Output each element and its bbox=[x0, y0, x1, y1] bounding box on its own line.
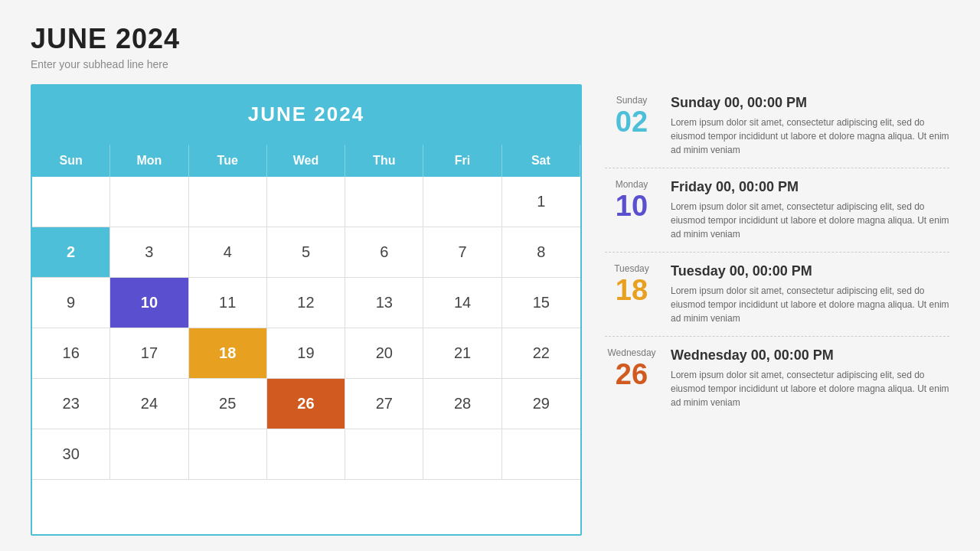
calendar-cell: 10 bbox=[110, 278, 188, 328]
event-info: Sunday 00, 00:00 PM Lorem ipsum dolor si… bbox=[671, 95, 949, 157]
event-date-col: Wednesday 26 bbox=[605, 347, 658, 389]
event-day-name: Wednesday bbox=[607, 347, 655, 358]
event-info: Tuesday 00, 00:00 PM Lorem ipsum dolor s… bbox=[671, 263, 949, 325]
event-info: Wednesday 00, 00:00 PM Lorem ipsum dolor… bbox=[671, 347, 949, 409]
event-info: Friday 00, 00:00 PM Lorem ipsum dolor si… bbox=[671, 179, 949, 241]
calendar-cell: 12 bbox=[267, 278, 345, 328]
calendar-cell bbox=[189, 429, 267, 480]
event-title: Tuesday 00, 00:00 PM bbox=[671, 263, 949, 279]
calendar-cell: 20 bbox=[345, 328, 423, 379]
calendar-cell: 7 bbox=[423, 227, 501, 278]
event-day-num: 18 bbox=[616, 276, 648, 305]
calendar-day-header: Sat bbox=[502, 145, 580, 177]
calendar-cell bbox=[423, 429, 501, 480]
calendar-cell: 17 bbox=[110, 328, 188, 379]
main-content: JUNE 2024 SunMonTueWedThuFriSat123456789… bbox=[31, 84, 949, 536]
calendar-day-header: Mon bbox=[110, 145, 188, 177]
page-header: JUNE 2024 Enter your subhead line here bbox=[31, 23, 949, 70]
event-day-name: Monday bbox=[616, 179, 648, 190]
event-desc: Lorem ipsum dolor sit amet, consectetur … bbox=[671, 116, 949, 157]
event-desc: Lorem ipsum dolor sit amet, consectetur … bbox=[671, 284, 949, 325]
page-title: JUNE 2024 bbox=[31, 23, 949, 55]
event-day-num: 02 bbox=[616, 107, 648, 136]
event-day-name: Tuesday bbox=[614, 263, 649, 274]
event-title: Sunday 00, 00:00 PM bbox=[671, 95, 949, 111]
calendar-cell bbox=[345, 429, 423, 480]
calendar-cell: 4 bbox=[189, 227, 267, 278]
calendar-cell: 3 bbox=[110, 227, 188, 278]
calendar-cell: 15 bbox=[502, 278, 580, 328]
event-date-col: Monday 10 bbox=[605, 179, 658, 220]
event-desc: Lorem ipsum dolor sit amet, consectetur … bbox=[671, 368, 949, 409]
calendar-cell bbox=[110, 177, 188, 227]
calendar-cell: 26 bbox=[267, 379, 345, 429]
event-date-col: Sunday 02 bbox=[605, 95, 658, 136]
event-item: Tuesday 18 Tuesday 00, 00:00 PM Lorem ip… bbox=[605, 253, 949, 337]
event-day-num: 26 bbox=[616, 360, 648, 389]
event-desc: Lorem ipsum dolor sit amet, consectetur … bbox=[671, 200, 949, 241]
calendar-cell bbox=[32, 177, 110, 227]
calendar-cell bbox=[110, 429, 188, 480]
calendar-day-header: Thu bbox=[345, 145, 423, 177]
calendar-cell: 8 bbox=[502, 227, 580, 278]
calendar-cell: 28 bbox=[423, 379, 501, 429]
calendar-cell: 21 bbox=[423, 328, 501, 379]
event-day-num: 10 bbox=[616, 191, 648, 220]
event-title: Friday 00, 00:00 PM bbox=[671, 179, 949, 195]
calendar: JUNE 2024 SunMonTueWedThuFriSat123456789… bbox=[31, 84, 582, 536]
calendar-cell: 19 bbox=[267, 328, 345, 379]
events-panel: Sunday 02 Sunday 00, 00:00 PM Lorem ipsu… bbox=[605, 84, 949, 536]
calendar-cell bbox=[267, 177, 345, 227]
calendar-cell: 1 bbox=[502, 177, 580, 227]
calendar-cell: 22 bbox=[502, 328, 580, 379]
calendar-cell: 13 bbox=[345, 278, 423, 328]
calendar-cell: 18 bbox=[189, 328, 267, 379]
calendar-cell: 16 bbox=[32, 328, 110, 379]
calendar-cell: 30 bbox=[32, 429, 110, 480]
event-title: Wednesday 00, 00:00 PM bbox=[671, 347, 949, 364]
event-item: Sunday 02 Sunday 00, 00:00 PM Lorem ipsu… bbox=[605, 84, 949, 168]
calendar-cell: 29 bbox=[502, 379, 580, 429]
calendar-cell: 6 bbox=[345, 227, 423, 278]
calendar-grid: SunMonTueWedThuFriSat1234567891011121314… bbox=[32, 143, 580, 480]
calendar-cell: 9 bbox=[32, 278, 110, 328]
calendar-cell: 23 bbox=[32, 379, 110, 429]
calendar-cell bbox=[267, 429, 345, 480]
calendar-cell: 11 bbox=[189, 278, 267, 328]
event-item: Monday 10 Friday 00, 00:00 PM Lorem ipsu… bbox=[605, 168, 949, 253]
calendar-day-header: Sun bbox=[32, 145, 110, 177]
event-item: Wednesday 26 Wednesday 00, 00:00 PM Lore… bbox=[605, 337, 949, 420]
calendar-cell bbox=[345, 177, 423, 227]
calendar-day-header: Fri bbox=[423, 145, 501, 177]
calendar-cell: 2 bbox=[32, 227, 110, 278]
calendar-cell: 25 bbox=[189, 379, 267, 429]
calendar-cell: 27 bbox=[345, 379, 423, 429]
calendar-day-header: Wed bbox=[267, 145, 345, 177]
calendar-title: JUNE 2024 bbox=[32, 86, 580, 143]
calendar-day-header: Tue bbox=[189, 145, 267, 177]
calendar-cell: 24 bbox=[110, 379, 188, 429]
calendar-cell: 14 bbox=[423, 278, 501, 328]
calendar-cell: 5 bbox=[267, 227, 345, 278]
event-date-col: Tuesday 18 bbox=[605, 263, 658, 305]
event-day-name: Sunday bbox=[616, 95, 648, 106]
page-subhead: Enter your subhead line here bbox=[31, 58, 949, 70]
calendar-cell bbox=[423, 177, 501, 227]
calendar-cell bbox=[189, 177, 267, 227]
calendar-cell bbox=[502, 429, 580, 480]
